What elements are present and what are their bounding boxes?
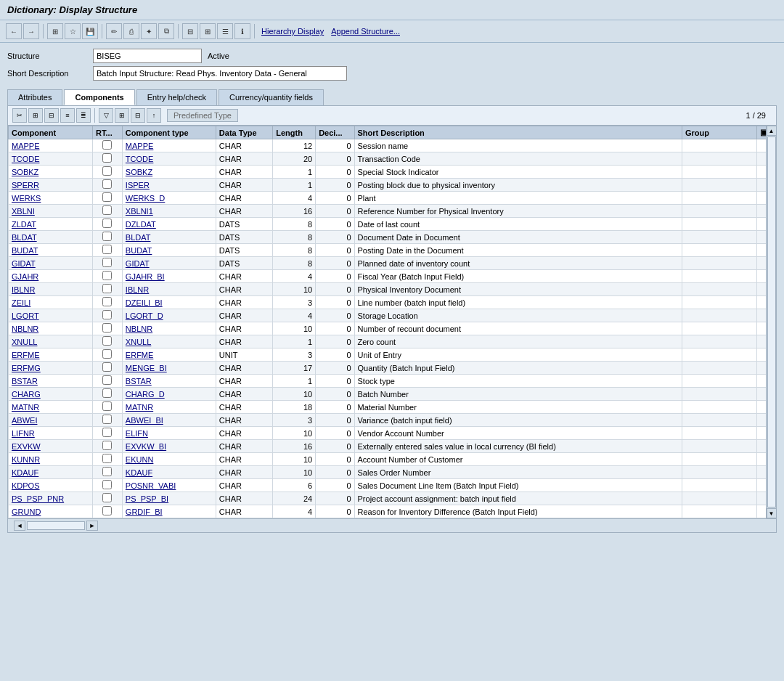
- btn-2[interactable]: ☆: [65, 23, 81, 39]
- cell-rt[interactable]: [93, 296, 123, 309]
- forward-btn[interactable]: →: [23, 23, 39, 39]
- cell-component[interactable]: SOBKZ: [9, 166, 93, 179]
- cell-comptype[interactable]: WERKS_D: [122, 192, 216, 205]
- cell-comptype[interactable]: IBLNR: [122, 283, 216, 296]
- cell-rt[interactable]: [93, 388, 123, 401]
- cell-comptype[interactable]: BLDAT: [122, 231, 216, 244]
- btn-10[interactable]: ☰: [217, 23, 233, 39]
- cell-comptype[interactable]: XNULL: [122, 335, 216, 348]
- hscroll-left[interactable]: ◄: [14, 521, 25, 531]
- cell-rt[interactable]: [93, 440, 123, 453]
- cell-rt[interactable]: [93, 283, 123, 296]
- tt-btn-7[interactable]: ⊞: [115, 108, 129, 123]
- cell-component[interactable]: KUNNR: [9, 453, 93, 466]
- cell-component[interactable]: PS_PSP_PNR: [9, 492, 93, 505]
- cell-component[interactable]: GRUND: [9, 505, 93, 518]
- hierarchy-display-link[interactable]: Hierarchy Display: [261, 27, 324, 36]
- vertical-scrollbar[interactable]: ▲ ▼: [766, 126, 776, 518]
- btn-3[interactable]: 💾: [82, 23, 98, 39]
- cell-comptype[interactable]: LGORT_D: [122, 309, 216, 322]
- btn-6[interactable]: ✦: [141, 23, 157, 39]
- tab-entry-help[interactable]: Entry help/check: [136, 89, 217, 105]
- tt-btn-9[interactable]: ↑: [147, 108, 161, 123]
- cell-component[interactable]: XNULL: [9, 335, 93, 348]
- table-container[interactable]: Component RT... Component type Data Type…: [8, 126, 776, 518]
- cell-component[interactable]: BLDAT: [9, 231, 93, 244]
- predefined-type-btn[interactable]: Predefined Type: [167, 109, 238, 122]
- tt-btn-5[interactable]: ≣: [76, 108, 91, 123]
- cell-comptype[interactable]: EXVKW_BI: [122, 440, 216, 453]
- cell-rt[interactable]: [93, 192, 123, 205]
- cell-rt[interactable]: [93, 492, 123, 505]
- cell-component[interactable]: IBLNR: [9, 283, 93, 296]
- cell-component[interactable]: KDPOS: [9, 479, 93, 492]
- btn-4[interactable]: ✏: [106, 23, 122, 39]
- cell-comptype[interactable]: MATNR: [122, 401, 216, 414]
- tt-btn-4[interactable]: ≡: [60, 108, 75, 123]
- tab-currency[interactable]: Currency/quantity fields: [219, 89, 324, 105]
- cell-rt[interactable]: [93, 309, 123, 322]
- cell-rt[interactable]: [93, 453, 123, 466]
- cell-component[interactable]: LIFNR: [9, 427, 93, 440]
- cell-component[interactable]: GIDAT: [9, 257, 93, 270]
- hscroll-right[interactable]: ►: [86, 521, 98, 531]
- append-structure-link[interactable]: Append Structure...: [331, 27, 400, 36]
- cell-component[interactable]: ERFMG: [9, 362, 93, 375]
- cell-component[interactable]: MATNR: [9, 401, 93, 414]
- cell-component[interactable]: MAPPE: [9, 139, 93, 152]
- cell-component[interactable]: ZLDAT: [9, 218, 93, 231]
- vscroll-up[interactable]: ▲: [767, 126, 777, 136]
- cell-comptype[interactable]: TCODE: [122, 152, 216, 166]
- cell-rt[interactable]: [93, 505, 123, 518]
- cell-comptype[interactable]: SOBKZ: [122, 166, 216, 179]
- btn-8[interactable]: ⊟: [182, 23, 198, 39]
- cell-comptype[interactable]: ELIFN: [122, 427, 216, 440]
- tt-btn-2[interactable]: ⊞: [28, 108, 43, 123]
- cell-rt[interactable]: [93, 479, 123, 492]
- cell-comptype[interactable]: XBLNI1: [122, 205, 216, 218]
- cell-comptype[interactable]: BUDAT: [122, 244, 216, 257]
- cell-rt[interactable]: [93, 401, 123, 414]
- cell-comptype[interactable]: EKUNN: [122, 453, 216, 466]
- cell-component[interactable]: KDAUF: [9, 466, 93, 479]
- cell-rt[interactable]: [93, 466, 123, 479]
- cell-rt[interactable]: [93, 179, 123, 192]
- btn-5[interactable]: ⎙: [123, 23, 139, 39]
- btn-7[interactable]: ⧉: [158, 23, 174, 39]
- cell-component[interactable]: BSTAR: [9, 375, 93, 388]
- cell-comptype[interactable]: CHARG_D: [122, 388, 216, 401]
- cell-comptype[interactable]: GRDIF_BI: [122, 505, 216, 518]
- cell-rt[interactable]: [93, 166, 123, 179]
- structure-input[interactable]: [93, 49, 202, 63]
- cell-rt[interactable]: [93, 335, 123, 348]
- cell-component[interactable]: ZEILI: [9, 296, 93, 309]
- cell-comptype[interactable]: MENGE_BI: [122, 362, 216, 375]
- cell-rt[interactable]: [93, 139, 123, 152]
- tab-components[interactable]: Components: [64, 89, 134, 105]
- btn-1[interactable]: ⊞: [47, 23, 63, 39]
- cell-comptype[interactable]: BSTAR: [122, 375, 216, 388]
- tt-btn-8[interactable]: ⊟: [131, 108, 145, 123]
- cell-rt[interactable]: [93, 375, 123, 388]
- cell-rt[interactable]: [93, 348, 123, 362]
- cell-comptype[interactable]: POSNR_VABI: [122, 479, 216, 492]
- cell-component[interactable]: XBLNI: [9, 205, 93, 218]
- vscroll-down[interactable]: ▼: [767, 508, 777, 518]
- cell-rt[interactable]: [93, 218, 123, 231]
- tt-btn-6[interactable]: ▽: [99, 108, 113, 123]
- cell-component[interactable]: EXVKW: [9, 440, 93, 453]
- cell-comptype[interactable]: KDAUF: [122, 466, 216, 479]
- cell-rt[interactable]: [93, 362, 123, 375]
- cell-comptype[interactable]: GJAHR_BI: [122, 270, 216, 283]
- cell-comptype[interactable]: ABWEI_BI: [122, 414, 216, 427]
- cell-comptype[interactable]: ISPER: [122, 179, 216, 192]
- btn-11[interactable]: ℹ: [234, 23, 250, 39]
- cell-component[interactable]: ERFME: [9, 348, 93, 362]
- tab-attributes[interactable]: Attributes: [7, 89, 62, 105]
- cell-comptype[interactable]: GIDAT: [122, 257, 216, 270]
- cell-component[interactable]: BUDAT: [9, 244, 93, 257]
- hscroll-track[interactable]: [27, 521, 85, 530]
- cell-comptype[interactable]: ERFME: [122, 348, 216, 362]
- cell-component[interactable]: WERKS: [9, 192, 93, 205]
- short-desc-input[interactable]: [93, 66, 347, 81]
